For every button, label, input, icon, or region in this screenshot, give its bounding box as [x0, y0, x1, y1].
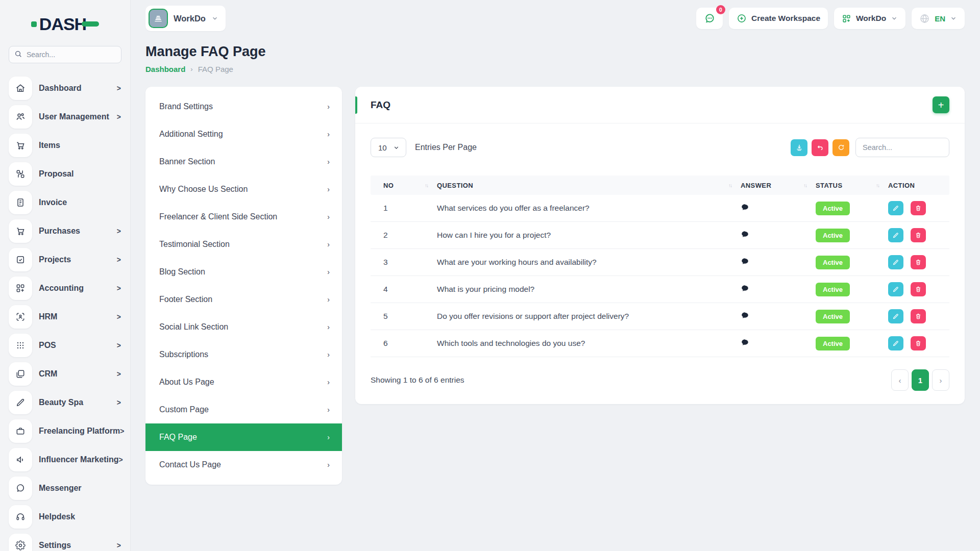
faq-card-title: FAQ [371, 99, 390, 111]
refresh-button[interactable] [832, 139, 849, 156]
sidebar-item-crm[interactable]: CRM > [9, 362, 123, 386]
answer-comment-button[interactable] [741, 230, 749, 239]
menu-item-blog-section[interactable]: Blog Section› [145, 258, 342, 286]
sidebar-item-hrm[interactable]: HRM > [9, 305, 123, 329]
sidebar-item-projects[interactable]: Projects > [9, 248, 123, 271]
invoice-icon [9, 191, 32, 214]
menu-item-faq-page[interactable]: FAQ Page› [145, 423, 342, 451]
chevron-down-icon [393, 144, 400, 151]
export-button[interactable] [791, 139, 807, 156]
menu-item-testimonial-section[interactable]: Testimonial Section› [145, 231, 342, 258]
trash-icon [915, 205, 922, 212]
chevron-right-icon: > [117, 84, 123, 92]
row-number: 4 [371, 285, 437, 294]
menu-item-why-choose-us-section[interactable]: Why Choose Us Section› [145, 176, 342, 203]
edit-button[interactable] [888, 336, 903, 350]
column-header-status[interactable]: STATUS↑↓ [816, 182, 888, 189]
showing-entries-text: Showing 1 to 6 of 6 entries [371, 375, 464, 385]
briefcase-icon [9, 419, 32, 443]
status-badge[interactable]: Active [816, 337, 850, 350]
chevron-right-icon: > [117, 227, 123, 235]
sidebar-nav: Dashboard > User Management > Items Prop… [0, 77, 130, 551]
sidebar-item-messenger[interactable]: Messenger [9, 477, 123, 500]
create-workspace-button[interactable]: Create Workspace [729, 8, 828, 29]
column-header-question[interactable]: QUESTION↑↓ [437, 182, 741, 189]
faq-search-input[interactable] [855, 138, 949, 157]
answer-comment-button[interactable] [741, 338, 749, 347]
edit-button[interactable] [888, 228, 903, 242]
edit-button[interactable] [888, 282, 903, 296]
table-row: 5 Do you offer revisions or support afte… [371, 303, 949, 330]
menu-item-footer-section[interactable]: Footer Section› [145, 286, 342, 313]
sort-icon: ↑↓ [803, 183, 806, 188]
menu-item-brand-settings[interactable]: Brand Settings› [145, 93, 342, 120]
row-question: What are your working hours and availabi… [437, 258, 741, 267]
pagination-next-button[interactable]: › [932, 369, 949, 391]
edit-button[interactable] [888, 201, 903, 215]
users-icon [9, 105, 32, 129]
sidebar-item-proposal[interactable]: Proposal [9, 162, 123, 186]
sidebar-item-freelancing-platform[interactable]: Freelancing Platform > [9, 419, 123, 443]
delete-button[interactable] [911, 255, 926, 269]
sidebar-item-pos[interactable]: POS > [9, 334, 123, 357]
column-header-no[interactable]: NO↑↓ [371, 182, 437, 189]
sidebar-item-user-management[interactable]: User Management > [9, 105, 123, 129]
status-badge[interactable]: Active [816, 256, 850, 269]
chevron-right-icon: › [327, 158, 330, 166]
sidebar-item-helpdesk[interactable]: Helpdesk [9, 505, 123, 529]
sidebar-item-invoice[interactable]: Invoice [9, 191, 123, 214]
status-badge[interactable]: Active [816, 229, 850, 242]
sort-icon: ↑↓ [425, 183, 428, 188]
pagination-page-1-button[interactable]: 1 [912, 369, 929, 391]
chevron-right-icon: > [117, 370, 123, 378]
reset-button[interactable] [812, 139, 828, 156]
chevron-right-icon: › [327, 103, 330, 111]
status-badge[interactable]: Active [816, 202, 850, 215]
settings-menu: Brand Settings› Additional Setting› Bann… [145, 87, 342, 485]
delete-button[interactable] [911, 282, 926, 296]
language-selector[interactable]: EN [912, 8, 965, 29]
delete-button[interactable] [911, 309, 926, 323]
sidebar-item-purchases[interactable]: Purchases > [9, 219, 123, 243]
entries-per-page-select[interactable]: 10 [371, 138, 406, 157]
workspace-selector[interactable]: WorkDo [145, 6, 226, 31]
sidebar-search-input[interactable] [9, 46, 121, 63]
workspace-switcher[interactable]: WorkDo [834, 8, 905, 29]
answer-comment-button[interactable] [741, 311, 749, 320]
menu-item-social-link-section[interactable]: Social Link Section› [145, 313, 342, 341]
menu-item-about-us-page[interactable]: About Us Page› [145, 368, 342, 396]
answer-comment-button[interactable] [741, 203, 749, 212]
faq-search [855, 138, 949, 157]
menu-item-subscriptions[interactable]: Subscriptions› [145, 341, 342, 368]
menu-item-additional-setting[interactable]: Additional Setting› [145, 120, 342, 148]
column-header-answer[interactable]: ANSWER↑↓ [741, 182, 816, 189]
chevron-right-icon: > [117, 113, 123, 121]
pencil-icon [892, 286, 899, 293]
status-badge[interactable]: Active [816, 310, 850, 323]
menu-item-freelancer-client-side-section[interactable]: Freelancer & Client Side Section› [145, 203, 342, 231]
faq-table: NO↑↓ QUESTION↑↓ ANSWER↑↓ STATUS↑↓ ACTION… [371, 176, 949, 357]
sidebar-item-beauty-spa[interactable]: Beauty Spa > [9, 391, 123, 414]
trash-icon [915, 232, 922, 239]
edit-button[interactable] [888, 309, 903, 323]
pagination-prev-button[interactable]: ‹ [891, 369, 909, 391]
add-faq-button[interactable]: + [933, 96, 949, 113]
sidebar-item-settings[interactable]: Settings > [9, 534, 123, 551]
chevron-right-icon: › [327, 406, 330, 414]
edit-button[interactable] [888, 255, 903, 269]
delete-button[interactable] [911, 228, 926, 242]
answer-comment-button[interactable] [741, 284, 749, 293]
sidebar-item-accounting[interactable]: Accounting > [9, 277, 123, 300]
sidebar-item-influencer-marketing[interactable]: Influencer Marketing > [9, 448, 123, 471]
breadcrumb-dashboard-link[interactable]: Dashboard [145, 65, 185, 73]
status-badge[interactable]: Active [816, 283, 850, 296]
messages-button[interactable]: 0 [696, 8, 723, 29]
delete-button[interactable] [911, 201, 926, 215]
answer-comment-button[interactable] [741, 257, 749, 266]
sidebar-item-items[interactable]: Items [9, 134, 123, 157]
menu-item-banner-section[interactable]: Banner Section› [145, 148, 342, 176]
sidebar-item-dashboard[interactable]: Dashboard > [9, 77, 123, 100]
menu-item-contact-us-page[interactable]: Contact Us Page› [145, 451, 342, 479]
delete-button[interactable] [911, 336, 926, 350]
menu-item-custom-page[interactable]: Custom Page› [145, 396, 342, 423]
